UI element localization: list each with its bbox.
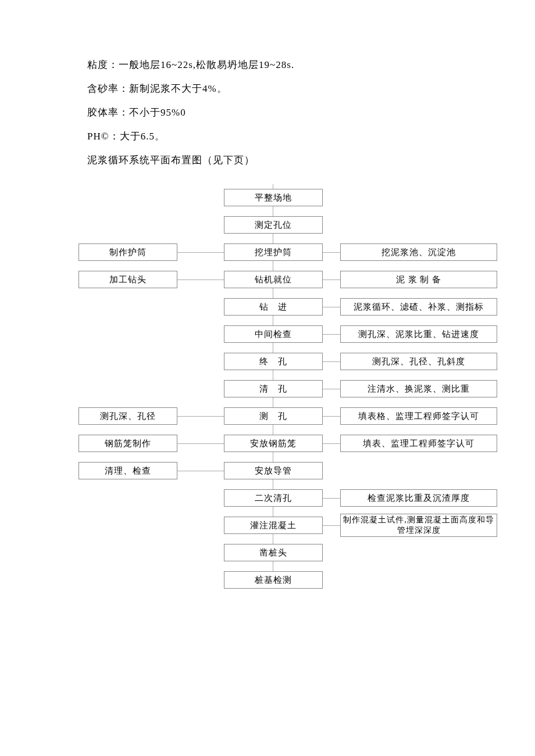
flow-box-center: 终 孔 xyxy=(224,353,323,370)
connector-horizontal xyxy=(323,389,340,389)
flow-box-right: 泥浆循环、滤碴、补浆、测指标 xyxy=(340,298,497,316)
connector-horizontal xyxy=(323,416,340,417)
flow-row: 制作护筒挖埋护筒挖泥浆池、沉淀池 xyxy=(79,239,497,266)
flow-box-right: 填表、监理工程师签字认可 xyxy=(340,435,497,452)
text-line: 胶体率：不小于95%0 xyxy=(87,106,500,119)
connector-horizontal xyxy=(177,443,224,444)
connector-horizontal xyxy=(323,443,340,444)
flow-row: 凿桩头 xyxy=(79,539,497,567)
connector-horizontal xyxy=(323,361,340,362)
flow-box-left: 加工钻头 xyxy=(79,271,177,288)
flow-box-center: 钻机就位 xyxy=(224,271,323,288)
connector-vertical xyxy=(273,567,273,571)
flow-row: 灌注混凝土制作混凝土试件,测量混凝土面高度和导管埋深深度 xyxy=(79,512,497,539)
connector-horizontal xyxy=(323,498,340,499)
connector-horizontal xyxy=(323,334,340,335)
text-line: 泥浆循环系统平面布置图（见下页） xyxy=(87,153,500,167)
flow-box-right: 检查泥浆比重及沉渣厚度 xyxy=(340,489,497,507)
connector-horizontal xyxy=(177,252,224,253)
flowchart-diagram: 平整场地测定孔位制作护筒挖埋护筒挖泥浆池、沉淀池加工钻头钻机就位泥 浆 制 备钻… xyxy=(79,184,497,594)
flow-box-right: 填表格、监理工程师签字认可 xyxy=(340,407,497,425)
flow-box-center: 清 孔 xyxy=(224,380,323,397)
connector-horizontal xyxy=(323,525,340,526)
flow-row: 二次清孔检查泥浆比重及沉渣厚度 xyxy=(79,485,497,512)
flow-box-center: 灌注混凝土 xyxy=(224,517,323,534)
flow-box-right: 制作混凝土试件,测量混凝土面高度和导管埋深深度 xyxy=(340,514,497,537)
flow-box-center: 二次清孔 xyxy=(224,489,323,507)
flow-row: 测孔深、孔径测 孔填表格、监理工程师签字认可 xyxy=(79,403,497,430)
parameters-text: 粘度：一般地层16~22s,松散易坍地层19~28s. 含砂率：新制泥浆不大于4… xyxy=(87,58,500,167)
flow-row: 平整场地 xyxy=(79,184,497,212)
text-line: 含砂率：新制泥浆不大于4%。 xyxy=(87,82,500,95)
connector-horizontal xyxy=(323,307,340,307)
flow-box-left: 钢筋笼制作 xyxy=(79,435,177,452)
flow-box-center: 安放导管 xyxy=(224,462,323,479)
connector-horizontal xyxy=(323,252,340,253)
flow-row: 桩基检测 xyxy=(79,567,497,594)
flow-box-center: 凿桩头 xyxy=(224,544,323,561)
flow-row: 中间检查测孔深、泥浆比重、钻进速度 xyxy=(79,321,497,348)
flow-box-right: 测孔深、泥浆比重、钻进速度 xyxy=(340,325,497,343)
flow-box-center: 中间检查 xyxy=(224,325,323,343)
flow-box-center: 安放钢筋笼 xyxy=(224,435,323,452)
flow-row: 测定孔位 xyxy=(79,212,497,239)
flow-box-center: 钻 进 xyxy=(224,298,323,316)
flow-row: 加工钻头钻机就位泥 浆 制 备 xyxy=(79,266,497,293)
flow-box-center: 挖埋护筒 xyxy=(224,243,323,261)
text-line: PH©：大于6.5。 xyxy=(87,130,500,143)
flow-box-left: 清理、检查 xyxy=(79,462,177,479)
flow-box-center: 测定孔位 xyxy=(224,216,323,234)
flow-box-right: 挖泥浆池、沉淀池 xyxy=(340,243,497,261)
flow-box-right: 泥 浆 制 备 xyxy=(340,271,497,288)
flow-box-left: 测孔深、孔径 xyxy=(79,407,177,425)
flow-box-center: 桩基检测 xyxy=(224,571,323,589)
flow-row: 钢筋笼制作安放钢筋笼填表、监理工程师签字认可 xyxy=(79,430,497,457)
connector-horizontal xyxy=(323,280,340,280)
flow-row: 清 孔注清水、换泥浆、测比重 xyxy=(79,375,497,403)
connector-horizontal xyxy=(177,280,224,280)
connector-horizontal xyxy=(177,416,224,417)
flow-box-right: 测孔深、孔径、孔斜度 xyxy=(340,353,497,370)
flow-box-left: 制作护筒 xyxy=(79,243,177,261)
connector-horizontal xyxy=(177,471,224,471)
flow-box-center: 测 孔 xyxy=(224,407,323,425)
flow-box-center: 平整场地 xyxy=(224,189,323,206)
text-line: 粘度：一般地层16~22s,松散易坍地层19~28s. xyxy=(87,58,500,71)
flow-row: 终 孔测孔深、孔径、孔斜度 xyxy=(79,348,497,375)
flow-box-right: 注清水、换泥浆、测比重 xyxy=(340,380,497,397)
flow-row: 钻 进泥浆循环、滤碴、补浆、测指标 xyxy=(79,293,497,321)
flow-row: 清理、检查安放导管 xyxy=(79,457,497,485)
